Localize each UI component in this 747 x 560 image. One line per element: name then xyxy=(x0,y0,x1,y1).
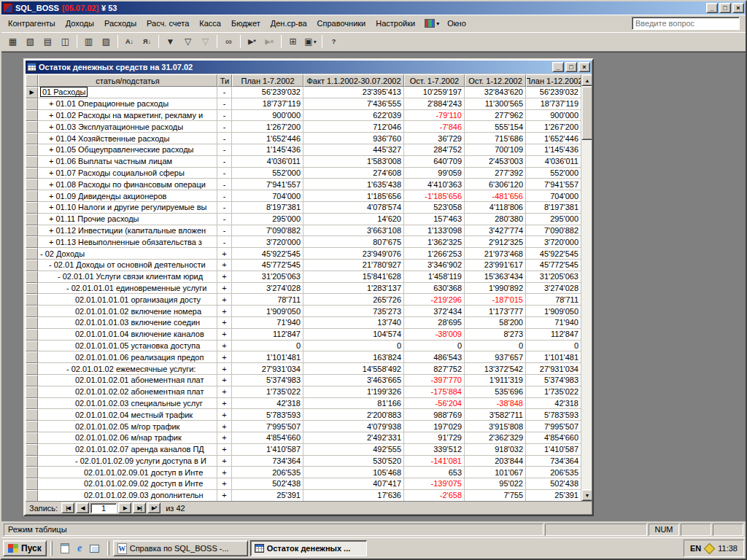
row-selector[interactable] xyxy=(26,329,38,341)
cell-value[interactable]: 15'363'434 xyxy=(465,271,526,283)
cell-value[interactable]: 2'912'325 xyxy=(465,236,526,248)
scrollbar-track[interactable] xyxy=(581,86,592,489)
cell-value[interactable]: 23'949'076 xyxy=(303,248,404,260)
cell-value[interactable]: 0 xyxy=(404,341,465,352)
tray-status-icon[interactable] xyxy=(704,542,716,554)
cell-article[interactable]: + 01.13 Невыполненные обязательства з xyxy=(38,236,217,248)
cell-value[interactable]: -187'015 xyxy=(465,294,526,306)
cell-article[interactable]: + 01.02 Расходы на маркетинг, рекламу и xyxy=(38,110,217,122)
cell-value[interactable]: 1'583'008 xyxy=(303,156,404,168)
cell-value[interactable]: 734'364 xyxy=(232,456,303,467)
cell-value[interactable]: 14'558'492 xyxy=(303,363,404,375)
cell-value[interactable]: 295'000 xyxy=(232,214,303,225)
cell-value[interactable]: 492'555 xyxy=(303,444,404,456)
cell-value[interactable]: 21'973'468 xyxy=(465,248,526,260)
row-selector[interactable] xyxy=(26,271,38,283)
cell-value[interactable]: 4'410'363 xyxy=(404,179,465,190)
new-record-nav-button[interactable]: ▶* xyxy=(147,502,160,513)
cell-value[interactable]: 5'783'593 xyxy=(526,409,581,421)
menu-grid-dropdown-icon[interactable]: ▾ xyxy=(436,20,439,27)
cell-value[interactable]: 900'000 xyxy=(526,110,581,122)
cell-article[interactable]: + 01.07 Расходы социальной сферы xyxy=(38,168,217,179)
row-selector[interactable] xyxy=(26,121,38,133)
cell-value[interactable]: 1'909'050 xyxy=(526,306,581,317)
taskbar-task-2[interactable]: Остаток денежных ... xyxy=(250,540,367,556)
cell-value[interactable]: 1'266'253 xyxy=(404,248,465,260)
cell-article[interactable]: 01 Расходы xyxy=(38,87,217,98)
cell-type[interactable]: + xyxy=(217,351,232,363)
cell-value[interactable]: 78'711 xyxy=(526,294,581,306)
document-maximize-button[interactable]: □ xyxy=(565,62,577,72)
cell-value[interactable]: 1'735'022 xyxy=(526,386,581,398)
cell-value[interactable]: 56'239'032 xyxy=(232,87,303,98)
cell-value[interactable]: 1'199'326 xyxy=(303,386,404,398)
cell-type[interactable]: - xyxy=(217,121,232,133)
cell-value[interactable]: 81'166 xyxy=(303,398,404,410)
cell-value[interactable]: 3'582'711 xyxy=(465,409,526,421)
cell-value[interactable]: 45'772'545 xyxy=(526,260,581,271)
cell-article[interactable]: 02.01.01.01.06 реализация предоп xyxy=(38,351,217,363)
cell-value[interactable]: 71'940 xyxy=(232,317,303,329)
current-record-input[interactable] xyxy=(90,503,117,513)
cell-value[interactable]: 31'205'063 xyxy=(526,271,581,283)
cell-type[interactable]: + xyxy=(217,432,232,444)
cell-value[interactable]: 163'824 xyxy=(303,351,404,363)
cell-value[interactable]: -139'075 xyxy=(404,478,465,490)
cell-value[interactable]: 95'022 xyxy=(465,478,526,490)
cell-article[interactable]: 02.01.01.01.01 организация досту xyxy=(38,294,217,306)
cell-value[interactable]: 1'652'446 xyxy=(232,133,303,144)
menu-item-9[interactable]: Настройки xyxy=(371,16,420,31)
cell-article[interactable]: - 02.01.01 Услуги связи клиентам юрид xyxy=(38,271,217,283)
cell-value[interactable]: 827'752 xyxy=(404,363,465,375)
cell-value[interactable]: 1'410'587 xyxy=(232,444,303,456)
cell-value[interactable]: 18'737'119 xyxy=(232,98,303,110)
language-indicator[interactable]: EN xyxy=(690,544,701,553)
cell-value[interactable]: 630'368 xyxy=(404,283,465,295)
cell-value[interactable]: -7'846 xyxy=(404,121,465,133)
new-object-button[interactable]: ▣▾ xyxy=(302,34,319,50)
column-header-4[interactable]: Факт 1.1.2002-30.07.2002 xyxy=(303,74,404,87)
cell-type[interactable]: + xyxy=(217,490,232,501)
last-record-button[interactable]: ▶| xyxy=(133,502,146,513)
cell-value[interactable]: -79'110 xyxy=(404,110,465,122)
cell-value[interactable]: 3'663'108 xyxy=(303,225,404,237)
cell-value[interactable]: 265'726 xyxy=(303,294,404,306)
cell-value[interactable]: 45'922'545 xyxy=(232,248,303,260)
row-selector[interactable]: ▶ xyxy=(26,87,38,98)
menu-item-2[interactable]: Доходы xyxy=(61,16,99,31)
cell-value[interactable]: 5'374'983 xyxy=(526,375,581,386)
cell-value[interactable]: 4'854'660 xyxy=(526,432,581,444)
cell-value[interactable]: 4'854'660 xyxy=(232,432,303,444)
cell-value[interactable]: 1'410'587 xyxy=(526,444,581,456)
cell-value[interactable]: 7'436'555 xyxy=(303,98,404,110)
cell-value[interactable]: 936'760 xyxy=(303,133,404,144)
cell-article[interactable]: 02.01.01.01.03 включение соедин xyxy=(38,317,217,329)
cell-value[interactable]: 704'000 xyxy=(232,190,303,202)
cell-value[interactable]: 112'847 xyxy=(232,329,303,341)
ask-question-input[interactable] xyxy=(632,17,740,30)
cell-article[interactable]: + 01.03 Эксплуатационные расходы xyxy=(38,121,217,133)
cell-value[interactable]: 11'300'565 xyxy=(465,98,526,110)
row-selector[interactable] xyxy=(26,317,38,329)
cell-type[interactable]: - xyxy=(217,98,232,110)
cell-value[interactable]: 4'036'011 xyxy=(232,156,303,168)
cell-type[interactable]: + xyxy=(217,363,232,375)
cell-article[interactable]: 02.01.01.02.09.02 доступ в Инте xyxy=(38,478,217,490)
cell-value[interactable]: 1'911'319 xyxy=(465,375,526,386)
row-selector[interactable] xyxy=(26,110,38,122)
cell-value[interactable]: 5'783'593 xyxy=(232,409,303,421)
cell-value[interactable]: 552'000 xyxy=(232,168,303,179)
cell-value[interactable]: 105'468 xyxy=(303,467,404,478)
cell-value[interactable]: 7'941'557 xyxy=(232,179,303,190)
cell-type[interactable]: + xyxy=(217,283,232,295)
cell-value[interactable]: 530'520 xyxy=(303,456,404,467)
cell-value[interactable]: -481'656 xyxy=(465,190,526,202)
vertical-scrollbar[interactable]: ▲ ▼ xyxy=(581,74,592,501)
cell-value[interactable]: 23'395'413 xyxy=(303,87,404,98)
row-selector[interactable] xyxy=(26,248,38,260)
cell-value[interactable]: -397'770 xyxy=(404,375,465,386)
cell-value[interactable]: 27'931'034 xyxy=(232,363,303,375)
cell-value[interactable]: 486'543 xyxy=(404,351,465,363)
new-record-button[interactable]: ▶* xyxy=(244,34,260,50)
cell-value[interactable]: 734'364 xyxy=(526,456,581,467)
